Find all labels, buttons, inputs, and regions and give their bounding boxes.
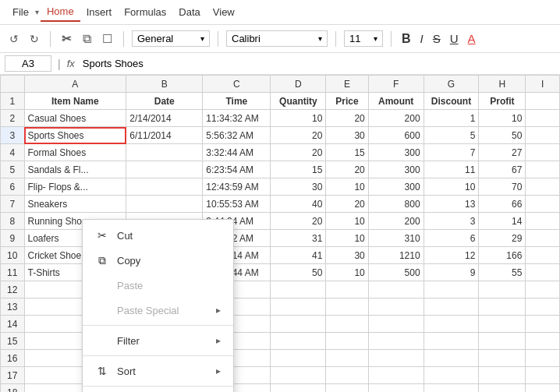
cell[interactable] <box>526 367 560 384</box>
cell[interactable]: 6/11/2014 <box>126 127 203 144</box>
cell[interactable]: 67 <box>479 161 526 178</box>
col-header-H[interactable]: H <box>479 76 526 93</box>
cell[interactable]: 11 <box>424 161 479 178</box>
cell[interactable]: 20 <box>326 161 368 178</box>
cell[interactable] <box>526 110 560 127</box>
cell[interactable]: 15 <box>271 161 326 178</box>
cell[interactable]: 166 <box>479 247 526 264</box>
font-name-selector[interactable]: Calibri ▾ <box>226 30 328 47</box>
cell[interactable] <box>526 333 560 350</box>
row-header-13[interactable]: 13 <box>1 298 25 316</box>
cell[interactable]: 50 <box>479 127 526 144</box>
cell[interactable] <box>479 350 526 367</box>
cell[interactable] <box>271 384 326 393</box>
cell[interactable]: Item Name <box>24 93 126 110</box>
redo-button[interactable]: ↻ <box>27 31 42 47</box>
cell[interactable] <box>526 264 560 281</box>
row-header-15[interactable]: 15 <box>1 333 25 350</box>
cell[interactable]: 500 <box>368 264 424 281</box>
cell[interactable] <box>126 196 203 213</box>
row-header-12[interactable]: 12 <box>1 281 25 298</box>
menu-insert[interactable]: Insert <box>80 3 119 21</box>
font-size-selector[interactable]: 11 ▾ <box>344 30 383 47</box>
cell[interactable]: 10 <box>326 213 368 230</box>
cell[interactable]: 600 <box>368 127 424 144</box>
menu-view[interactable]: View <box>207 3 241 21</box>
cell[interactable] <box>368 384 424 393</box>
cell[interactable] <box>479 281 526 298</box>
cell[interactable]: 10 <box>479 110 526 127</box>
cell[interactable] <box>326 384 368 393</box>
cell[interactable]: Time <box>203 93 271 110</box>
cell[interactable] <box>526 281 560 298</box>
cell[interactable]: 10 <box>424 178 479 196</box>
cell[interactable]: 6:23:54 AM <box>203 161 271 178</box>
cell[interactable] <box>271 316 326 333</box>
cell[interactable]: 200 <box>368 110 424 127</box>
menu-data[interactable]: Data <box>172 3 206 21</box>
cell[interactable] <box>526 298 560 316</box>
col-header-D[interactable]: D <box>271 76 326 93</box>
cell-reference[interactable]: A3 <box>5 55 51 72</box>
cell[interactable]: 29 <box>479 230 526 247</box>
underline-alt-button[interactable]: A <box>466 30 478 47</box>
cell[interactable]: 31 <box>271 230 326 247</box>
cell[interactable] <box>526 127 560 144</box>
cell[interactable]: 55 <box>479 264 526 281</box>
cell[interactable]: 5 <box>424 127 479 144</box>
row-header-17[interactable]: 17 <box>1 367 25 384</box>
menu-home[interactable]: Home <box>41 2 80 22</box>
row-header-3[interactable]: 3 <box>1 127 25 144</box>
strikethrough-button[interactable]: S <box>431 30 443 47</box>
undo-button[interactable]: ↺ <box>6 31 22 47</box>
copy-button[interactable]: ⧉ <box>80 30 94 48</box>
cell[interactable] <box>479 316 526 333</box>
cell[interactable]: Profit <box>479 93 526 110</box>
cell[interactable]: Amount <box>368 93 424 110</box>
cell[interactable] <box>271 367 326 384</box>
cell[interactable] <box>526 350 560 367</box>
row-header-8[interactable]: 8 <box>1 213 25 230</box>
context-menu-item-filter[interactable]: Filter▸ <box>83 328 233 353</box>
cell[interactable] <box>326 350 368 367</box>
cell[interactable] <box>326 281 368 298</box>
cell[interactable]: 13 <box>424 196 479 213</box>
col-header-I[interactable]: I <box>526 76 560 93</box>
cell[interactable] <box>526 247 560 264</box>
cell[interactable]: 15 <box>326 144 368 161</box>
row-header-4[interactable]: 4 <box>1 144 25 161</box>
col-header-E[interactable]: E <box>326 76 368 93</box>
cell[interactable]: 30 <box>326 127 368 144</box>
cell[interactable] <box>368 281 424 298</box>
bold-button[interactable]: B <box>399 30 413 48</box>
col-header-B[interactable]: B <box>126 76 203 93</box>
cell[interactable] <box>368 350 424 367</box>
cell[interactable] <box>526 144 560 161</box>
cell[interactable]: 41 <box>271 247 326 264</box>
row-header-10[interactable]: 10 <box>1 247 25 264</box>
cell[interactable]: 10 <box>271 110 326 127</box>
row-header-9[interactable]: 9 <box>1 230 25 247</box>
cell[interactable]: 20 <box>326 196 368 213</box>
cell[interactable]: 1210 <box>368 247 424 264</box>
cell[interactable]: 66 <box>479 196 526 213</box>
format-selector[interactable]: General ▾ <box>132 30 210 47</box>
row-header-5[interactable]: 5 <box>1 161 25 178</box>
italic-button[interactable]: I <box>418 30 426 47</box>
cell[interactable]: 9 <box>424 264 479 281</box>
cell[interactable]: 1 <box>424 110 479 127</box>
cell[interactable]: Discount <box>424 93 479 110</box>
cell[interactable]: 10 <box>326 264 368 281</box>
cell[interactable]: Casual Shoes <box>24 110 126 127</box>
row-header-16[interactable]: 16 <box>1 350 25 367</box>
cell[interactable]: 300 <box>368 161 424 178</box>
context-menu-item-copy[interactable]: ⧉Copy <box>83 248 233 273</box>
cell[interactable]: 14 <box>479 213 526 230</box>
cell[interactable]: 200 <box>368 213 424 230</box>
cell[interactable]: 27 <box>479 144 526 161</box>
formula-input[interactable] <box>81 56 555 71</box>
cell[interactable] <box>126 161 203 178</box>
cell[interactable] <box>271 298 326 316</box>
context-menu-item-sort[interactable]: ⇅Sort▸ <box>83 358 233 383</box>
cell[interactable]: 30 <box>326 247 368 264</box>
